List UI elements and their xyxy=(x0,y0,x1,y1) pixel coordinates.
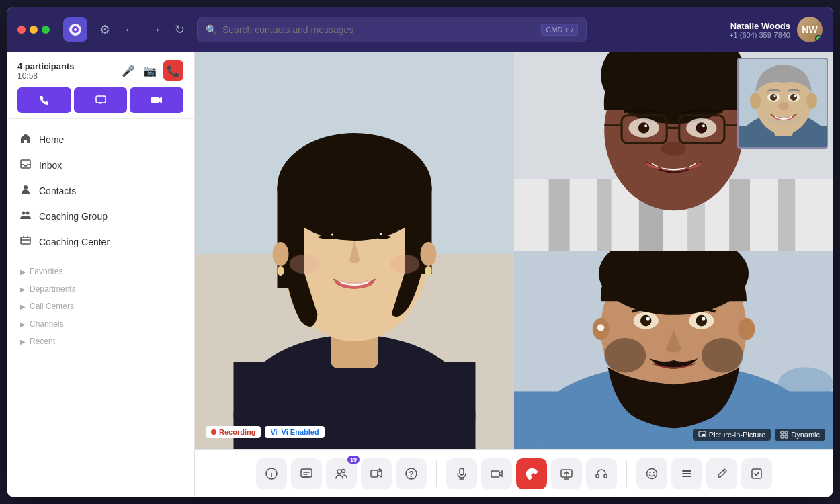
svg-rect-112 xyxy=(596,474,599,478)
settings-button[interactable]: ⚙ xyxy=(95,19,114,40)
message-action-button[interactable] xyxy=(74,87,128,113)
svg-point-96 xyxy=(337,470,341,474)
recording-dot xyxy=(211,429,216,435)
user-info: Natalie Woods +1 (604) 359-7840 NW xyxy=(729,17,823,42)
user-name: Natalie Woods xyxy=(729,21,790,31)
sidebar-item-coaching-center[interactable]: Coaching Center xyxy=(7,229,194,255)
svg-point-8 xyxy=(22,212,26,215)
sidebar-section-call-centers[interactable]: ▶ Call Centers xyxy=(7,298,194,315)
sidebar-section-favorites[interactable]: ▶ Favorites xyxy=(7,263,194,280)
top-right-area xyxy=(514,52,833,251)
forward-button[interactable]: → xyxy=(145,20,165,40)
sidebar-section-channels[interactable]: ▶ Channels xyxy=(7,315,194,333)
microphone-button[interactable] xyxy=(446,458,477,489)
svg-point-65 xyxy=(794,95,796,97)
online-status xyxy=(815,35,822,42)
participants-count: 4 participants xyxy=(17,61,75,71)
departments-arrow: ▶ xyxy=(20,286,26,293)
emoji-button[interactable] xyxy=(636,458,667,489)
call-panel: 4 participants 10:58 🎤 📷 📞 xyxy=(7,52,194,119)
recording-badges: Recording Vi Vi Enabled xyxy=(206,426,325,438)
sidebar-section-favorites-label: Favorites xyxy=(30,267,62,276)
help-button[interactable]: ? xyxy=(396,458,427,489)
svg-point-28 xyxy=(290,255,319,274)
svg-rect-107 xyxy=(491,471,499,477)
app-window: ⚙ ← → ↻ 🔍 CMD + / Natalie Woods +1 (604)… xyxy=(7,7,833,497)
search-kbd: CMD + / xyxy=(541,24,578,36)
svg-point-2 xyxy=(74,28,77,31)
coaching-group-icon xyxy=(20,210,31,223)
svg-rect-37 xyxy=(778,179,795,251)
video-toggle-button[interactable]: 📷 xyxy=(142,63,158,79)
back-button[interactable]: ← xyxy=(120,20,140,40)
video-action-button[interactable] xyxy=(130,87,183,113)
sidebar-item-contacts-label: Contacts xyxy=(39,185,76,196)
maximize-button[interactable] xyxy=(42,26,50,34)
search-bar[interactable]: 🔍 CMD + / xyxy=(197,17,587,42)
phone-action-button[interactable] xyxy=(17,87,71,113)
refresh-button[interactable]: ↻ xyxy=(171,19,189,40)
svg-rect-88 xyxy=(785,431,788,434)
svg-point-115 xyxy=(649,471,650,472)
sidebar-item-inbox[interactable]: Inbox xyxy=(7,153,194,178)
call-controls: 🎤 📷 📞 xyxy=(120,60,183,81)
toolbar-group-right xyxy=(636,458,772,489)
participants-button[interactable]: 19 xyxy=(326,458,357,489)
svg-point-114 xyxy=(647,468,657,478)
svg-line-120 xyxy=(723,470,725,472)
svg-text:?: ? xyxy=(409,469,414,479)
nav-menu: Home Inbox xyxy=(7,119,194,497)
svg-rect-89 xyxy=(781,435,784,438)
video-area: Recording Vi Vi Enabled ❮ xyxy=(195,52,833,497)
svg-point-58 xyxy=(750,93,761,109)
share-screen-button[interactable] xyxy=(551,458,582,489)
minimize-button[interactable] xyxy=(30,26,38,34)
sidebar-section-departments[interactable]: ▶ Departments xyxy=(7,280,194,298)
chat-button[interactable] xyxy=(291,458,322,489)
info-button[interactable]: i xyxy=(256,458,287,489)
svg-point-48 xyxy=(638,122,650,134)
sidebar-section-call-centers-label: Call Centers xyxy=(30,302,74,311)
svg-point-76 xyxy=(597,324,604,331)
search-input[interactable] xyxy=(222,24,541,35)
svg-rect-36 xyxy=(729,179,750,251)
svg-point-22 xyxy=(278,266,284,276)
sidebar-item-inbox-label: Inbox xyxy=(39,160,62,171)
headset-button[interactable] xyxy=(586,458,617,489)
user-text: Natalie Woods +1 (604) 359-7840 xyxy=(729,21,790,39)
svg-text:i: i xyxy=(270,470,272,478)
toolbar-group-center xyxy=(446,458,617,489)
svg-point-83 xyxy=(604,338,646,373)
sidebar-item-contacts[interactable]: Contacts xyxy=(7,178,194,204)
svg-point-79 xyxy=(640,315,652,327)
add-video-button[interactable] xyxy=(361,458,392,489)
svg-point-82 xyxy=(702,317,705,320)
menu-button[interactable] xyxy=(671,458,702,489)
main-content: 4 participants 10:58 🎤 📷 📞 xyxy=(7,52,833,497)
mute-button[interactable]: 🎤 xyxy=(120,63,136,79)
svg-rect-113 xyxy=(604,474,607,478)
close-button[interactable] xyxy=(17,26,26,34)
pip-badge[interactable]: Picture-in-Picture xyxy=(693,429,771,441)
camera-button[interactable] xyxy=(481,458,512,489)
svg-rect-104 xyxy=(460,468,464,475)
tasks-button[interactable] xyxy=(741,458,772,489)
dynamic-badge[interactable]: Dynamic xyxy=(775,429,825,441)
end-call-button[interactable] xyxy=(516,458,547,489)
call-meta: 4 participants 10:58 xyxy=(17,61,75,81)
bearded-man-video: Picture-in-Picture Dynamic xyxy=(514,251,833,449)
svg-rect-4 xyxy=(151,97,159,103)
svg-rect-86 xyxy=(702,434,705,436)
sidebar-item-home[interactable]: Home xyxy=(7,127,194,153)
toolbar-divider-1 xyxy=(436,460,437,487)
vi-enabled-badge: Vi Vi Enabled xyxy=(265,426,324,438)
avatar[interactable]: NW xyxy=(797,17,823,42)
annotate-button[interactable] xyxy=(706,458,737,489)
sidebar-section-recent[interactable]: ▶ Recent xyxy=(7,333,194,350)
svg-point-81 xyxy=(646,317,650,320)
inbox-icon xyxy=(20,159,31,172)
svg-point-9 xyxy=(26,212,30,215)
favorites-arrow: ▶ xyxy=(20,268,26,276)
end-call-sidebar-button[interactable]: 📞 xyxy=(163,60,183,81)
sidebar-item-coaching-group[interactable]: Coaching Group xyxy=(7,204,194,229)
